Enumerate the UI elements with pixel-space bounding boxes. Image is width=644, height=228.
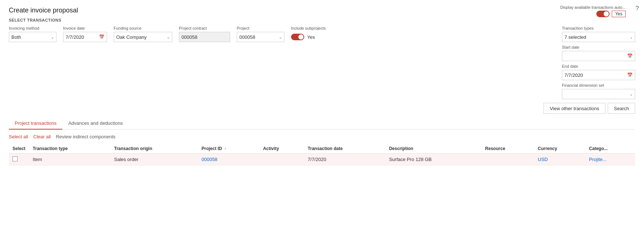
financial-dimension-set-chevron-icon: ⌄ — [630, 92, 633, 96]
funding-source-value: Oak Company — [116, 34, 147, 40]
invoicing-method-label: Invoicing method — [9, 26, 56, 30]
end-date-input[interactable]: 7/7/2020 📅 — [562, 70, 635, 80]
table-row: Item Sales order 000058 7/7/2020 — [9, 154, 635, 165]
column-activity: Activity — [260, 144, 304, 154]
transaction-types-group: Transaction types 7 selected ⌄ — [562, 26, 635, 42]
display-auto-toggle-switch[interactable] — [596, 11, 610, 17]
row-project-id: 000058 — [198, 154, 260, 165]
project-group: Project 000058 ⌄ — [237, 26, 284, 42]
invoice-date-calendar-icon[interactable]: 📅 — [99, 34, 104, 40]
financial-dimension-set-label: Financial dimension set — [562, 83, 635, 87]
invoicing-method-chevron-icon: ⌄ — [51, 35, 54, 39]
display-auto-label: Display available transactions auto... — [560, 5, 626, 10]
display-auto-row: Yes — [596, 11, 626, 17]
row-project-id-link[interactable]: 000058 — [202, 157, 217, 162]
tab-project-transactions[interactable]: Project transactions — [9, 117, 62, 130]
display-auto-toggle-group: Display available transactions auto... Y… — [560, 5, 626, 17]
column-transaction-type: Transaction type — [29, 144, 110, 154]
view-other-transactions-button[interactable]: View other transactions — [544, 103, 606, 114]
row-currency: USD — [534, 154, 585, 165]
column-category: Catego... — [585, 144, 635, 154]
transaction-types-value: 7 selected — [564, 34, 586, 40]
row-category-link[interactable]: Projite... — [589, 157, 607, 162]
end-date-label: End date — [562, 64, 635, 68]
row-description: Surface Pro 128 GB — [385, 154, 481, 165]
row-select-cell — [9, 154, 29, 165]
transactions-table: Select Transaction type Transaction orig… — [9, 144, 635, 165]
row-category: Projite... — [585, 154, 635, 165]
row-transaction-type: Item — [29, 154, 110, 165]
invoicing-method-select[interactable]: Both ⌄ — [9, 32, 56, 42]
project-chevron-icon: ⌄ — [279, 35, 282, 39]
include-subprojects-value: Yes — [307, 34, 315, 40]
financial-dimension-set-select[interactable]: ⌄ — [562, 89, 635, 99]
project-label: Project — [237, 26, 284, 30]
include-subprojects-row: Yes — [291, 32, 326, 42]
column-project-id[interactable]: Project ID ↑ — [198, 144, 260, 154]
start-date-input[interactable]: 📅 — [562, 51, 635, 61]
column-resource: Resource — [482, 144, 534, 154]
include-subprojects-group: Include subprojects Yes — [291, 26, 326, 42]
funding-source-label: Funding source — [114, 26, 172, 30]
funding-source-group: Funding source Oak Company ⌄ — [114, 26, 172, 42]
start-date-label: Start date — [562, 45, 635, 49]
end-date-value: 7/7/2020 — [564, 72, 583, 78]
row-activity — [260, 154, 304, 165]
right-filters: Transaction types 7 selected ⌄ Start dat… — [562, 26, 635, 99]
start-date-calendar-icon[interactable]: 📅 — [627, 53, 633, 59]
project-contract-input: 000058 — [179, 32, 230, 42]
review-indirect-button[interactable]: Review indirect components — [56, 134, 115, 139]
table-container: Select Transaction type Transaction orig… — [9, 144, 635, 165]
end-date-group: End date 7/7/2020 📅 — [562, 64, 635, 80]
transaction-types-label: Transaction types — [562, 26, 635, 30]
transaction-types-select[interactable]: 7 selected ⌄ — [562, 32, 635, 42]
table-actions-row: Select all Clear all Review indirect com… — [9, 132, 635, 141]
tabs-row: Project transactions Advances and deduct… — [9, 117, 635, 130]
row-currency-link[interactable]: USD — [538, 157, 548, 162]
search-button[interactable]: Search — [608, 103, 635, 114]
row-checkbox[interactable] — [12, 156, 18, 161]
invoice-date-input[interactable]: 7/7/2020 📅 — [63, 32, 107, 42]
project-id-sort-icon: ↑ — [224, 147, 226, 151]
row-resource — [482, 154, 534, 165]
select-all-button[interactable]: Select all — [9, 134, 28, 139]
help-icon[interactable]: ? — [636, 5, 639, 12]
filters-row: Invoicing method Both ⌄ Invoice date 7/7… — [9, 26, 635, 99]
page-title: Create invoice proposal — [9, 7, 635, 14]
invoice-date-label: Invoice date — [63, 26, 107, 30]
funding-source-select[interactable]: Oak Company ⌄ — [114, 32, 172, 42]
table-header-row: Select Transaction type Transaction orig… — [9, 144, 635, 154]
column-transaction-origin: Transaction origin — [110, 144, 198, 154]
tab-advances-deductions[interactable]: Advances and deductions — [62, 117, 129, 130]
project-value: 000058 — [239, 34, 255, 40]
row-transaction-date: 7/7/2020 — [304, 154, 386, 165]
project-contract-group: Project contract 000058 — [179, 26, 230, 42]
include-subprojects-label: Include subprojects — [291, 26, 326, 30]
project-contract-label: Project contract — [179, 26, 230, 30]
start-date-group: Start date 📅 — [562, 45, 635, 61]
project-select[interactable]: 000058 ⌄ — [237, 32, 284, 42]
include-subprojects-toggle[interactable] — [291, 34, 304, 40]
display-auto-value: Yes — [612, 11, 626, 17]
actions-row: View other transactions Search — [9, 103, 635, 114]
column-currency: Currency — [534, 144, 585, 154]
column-description: Description — [385, 144, 481, 154]
funding-source-chevron-icon: ⌄ — [167, 35, 170, 39]
invoice-date-value: 7/7/2020 — [66, 34, 84, 40]
project-contract-value: 000058 — [181, 34, 197, 40]
column-select: Select — [9, 144, 29, 154]
invoicing-method-value: Both — [11, 34, 21, 40]
financial-dimension-set-group: Financial dimension set ⌄ — [562, 83, 635, 99]
column-transaction-date: Transaction date — [304, 144, 386, 154]
invoicing-method-group: Invoicing method Both ⌄ — [9, 26, 56, 42]
section-label: SELECT TRANSACTIONS — [9, 18, 635, 22]
invoice-date-group: Invoice date 7/7/2020 📅 — [63, 26, 107, 42]
row-transaction-origin: Sales order — [110, 154, 198, 165]
transaction-types-chevron-icon: ⌄ — [630, 35, 633, 39]
end-date-calendar-icon[interactable]: 📅 — [627, 72, 633, 78]
clear-all-button[interactable]: Clear all — [33, 134, 51, 139]
